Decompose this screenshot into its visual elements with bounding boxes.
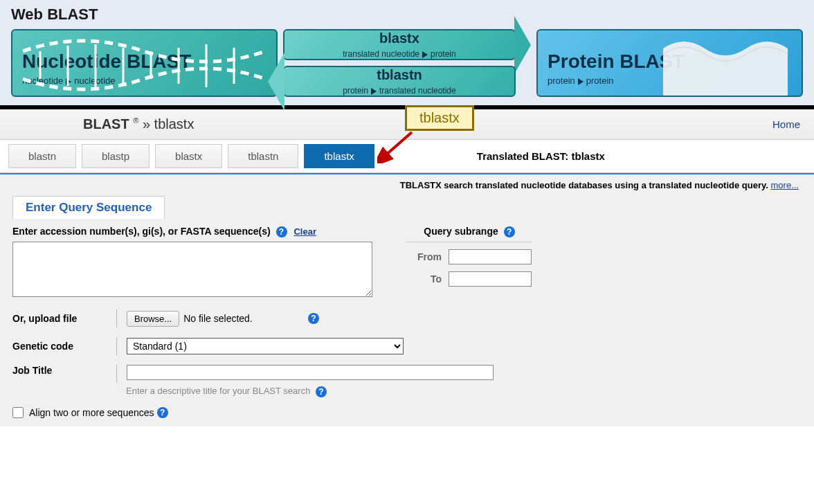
help-icon[interactable]: ? — [308, 313, 319, 324]
upload-label: Or, upload file — [12, 313, 116, 324]
tab-tblastx[interactable]: tblastx — [304, 144, 374, 168]
breadcrumb: BLAST ® » tblastx — [83, 116, 194, 132]
browse-button[interactable]: Browse... — [127, 311, 179, 327]
from-input[interactable] — [449, 249, 532, 264]
help-icon[interactable]: ? — [316, 386, 327, 397]
tabs-right-label: Translated BLAST: tblastx — [477, 150, 605, 162]
help-icon[interactable]: ? — [504, 226, 515, 237]
tblastn-card[interactable]: tblastn proteintranslated nucleotide — [283, 66, 516, 97]
tab-blastx[interactable]: blastx — [155, 144, 222, 168]
triangle-right-icon — [422, 51, 428, 58]
page-title: Web BLAST — [11, 6, 803, 24]
help-icon[interactable]: ? — [276, 226, 287, 237]
separator — [116, 337, 117, 355]
job-title-label: Job Title — [12, 365, 116, 376]
align-label: Align two or more sequences — [29, 407, 154, 418]
description-row: TBLASTX search translated nucleotide dat… — [12, 174, 802, 196]
protein-blast-card[interactable]: Protein BLAST proteinprotein — [536, 29, 803, 97]
tab-blastn[interactable]: blastn — [8, 144, 76, 168]
align-checkbox[interactable] — [12, 407, 24, 418]
help-icon[interactable]: ? — [157, 407, 168, 418]
svg-line-8 — [384, 132, 412, 156]
job-title-input[interactable] — [127, 365, 494, 380]
tab-tblastn[interactable]: tblastn — [228, 144, 298, 168]
genetic-code-select[interactable]: Standard (1) — [127, 338, 404, 354]
clear-link[interactable]: Clear — [293, 226, 316, 237]
more-link[interactable]: more... — [771, 180, 799, 190]
helix-graphic — [649, 35, 795, 97]
triangle-right-icon — [371, 88, 377, 95]
tab-blastp[interactable]: blastp — [82, 144, 150, 168]
arrow-icon — [377, 129, 419, 163]
tblastn-title: tblastn — [377, 67, 422, 83]
subrange-title: Query subrange ? — [407, 226, 532, 242]
seq-label: Enter accession number(s), gi(s), or FAS… — [12, 226, 372, 237]
no-file-text: No file selected. — [183, 313, 253, 324]
separator — [116, 309, 117, 327]
section-title: Enter Query Sequence — [12, 196, 165, 219]
nucleotide-blast-card[interactable]: Nucleotide BLAST nucleotidenucleotide — [11, 29, 278, 97]
blastx-title: blastx — [379, 30, 419, 46]
tblastn-sub: proteintranslated nucleotide — [343, 86, 455, 96]
to-label: To — [407, 273, 442, 285]
blastx-card[interactable]: blastx translated nucleotideprotein — [283, 29, 516, 60]
separator — [116, 365, 117, 383]
from-label: From — [407, 251, 442, 262]
breadcrumb-row: BLAST ® » tblastx tblastx Home — [0, 109, 814, 140]
job-title-hint: Enter a descriptive title for your BLAST… — [126, 386, 802, 397]
home-link[interactable]: Home — [772, 118, 800, 130]
blastx-sub: translated nucleotideprotein — [343, 49, 455, 59]
dna-graphic — [19, 37, 269, 97]
triangle-right-icon — [578, 78, 584, 85]
to-input[interactable] — [449, 271, 532, 287]
annotation-box: tblastx — [405, 105, 474, 131]
genetic-code-label: Genetic code — [12, 341, 116, 352]
sequence-textarea[interactable] — [12, 242, 372, 297]
